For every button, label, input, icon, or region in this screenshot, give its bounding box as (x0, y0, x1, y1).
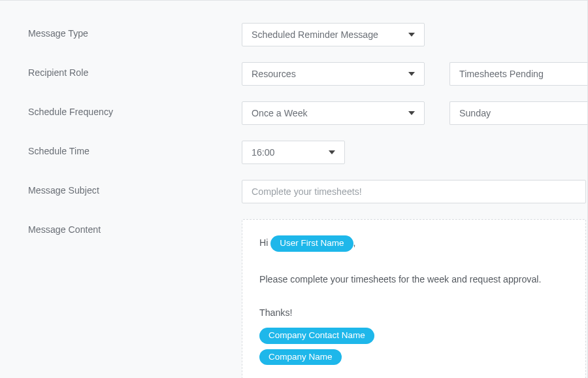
caret-down-icon (408, 72, 415, 76)
content-signoff: Thanks! (259, 306, 568, 320)
schedule-time-value: 16:00 (252, 147, 275, 158)
footer-chips: Company Contact Name Company Name (259, 326, 568, 369)
merge-chip-company-contact[interactable]: Company Contact Name (259, 328, 374, 344)
schedule-day-select[interactable]: Sunday (449, 101, 587, 125)
settings-form-panel: Message Type Scheduled Reminder Message … (0, 0, 588, 378)
greeting-line: Hi User First Name, (259, 234, 568, 253)
row-message-type: Message Type Scheduled Reminder Message (28, 23, 587, 46)
recipient-role-value: Resources (252, 69, 296, 79)
greeting-prefix: Hi (259, 237, 270, 248)
schedule-day-value: Sunday (459, 108, 491, 118)
content-body: Please complete your timesheets for the … (259, 273, 568, 286)
label-message-subject: Message Subject (28, 180, 242, 196)
schedule-time-select[interactable]: 16:00 (242, 141, 345, 164)
recipient-status-value: Timesheets Pending (459, 69, 544, 79)
label-schedule-frequency: Schedule Frequency (28, 101, 242, 117)
caret-down-icon (408, 111, 415, 115)
greeting-suffix: , (353, 237, 356, 248)
recipient-status-select[interactable]: Timesheets Pending (449, 62, 587, 86)
row-message-subject: Message Subject (28, 180, 587, 203)
recipient-role-select[interactable]: Resources (242, 62, 425, 86)
message-type-select[interactable]: Scheduled Reminder Message (242, 23, 425, 46)
row-schedule-frequency: Schedule Frequency Once a Week Sunday (28, 101, 587, 125)
message-content-editor[interactable]: Hi User First Name, Please complete your… (242, 219, 586, 378)
label-message-content: Message Content (28, 219, 242, 235)
label-schedule-time: Schedule Time (28, 141, 242, 156)
message-type-value: Scheduled Reminder Message (252, 29, 378, 40)
message-subject-input[interactable] (242, 180, 586, 203)
label-recipient-role: Recipient Role (28, 62, 242, 78)
caret-down-icon (329, 150, 335, 154)
schedule-frequency-select[interactable]: Once a Week (242, 101, 425, 125)
merge-chip-company-name[interactable]: Company Name (259, 349, 342, 366)
merge-chip-user-first-name[interactable]: User First Name (270, 235, 353, 252)
row-schedule-time: Schedule Time 16:00 (28, 141, 587, 164)
schedule-frequency-value: Once a Week (252, 108, 308, 118)
label-message-type: Message Type (28, 23, 242, 39)
row-message-content: Message Content Hi User First Name, Plea… (28, 219, 587, 378)
caret-down-icon (408, 33, 415, 37)
row-recipient-role: Recipient Role Resources Timesheets Pend… (28, 62, 587, 86)
